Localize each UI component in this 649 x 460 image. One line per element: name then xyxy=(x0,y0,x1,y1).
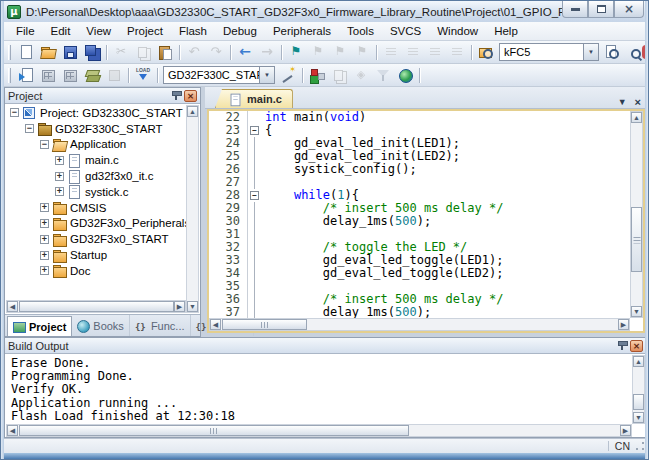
minimize-button[interactable] xyxy=(562,1,588,18)
tree-expander[interactable]: + xyxy=(40,203,49,212)
tree-item-gd32f3x0-peripherals[interactable]: +GD32F3x0_Peripherals xyxy=(6,216,186,232)
editor-hscrollbar[interactable]: ◀ ▶ xyxy=(209,318,630,331)
comment-selection-button[interactable] xyxy=(424,42,446,62)
menu-flash[interactable]: Flash xyxy=(171,24,215,38)
paste-button[interactable] xyxy=(154,42,176,62)
build-output-vscrollbar[interactable]: ▲ ▼ xyxy=(632,355,645,424)
scroll-up-button[interactable]: ▲ xyxy=(633,356,644,367)
project-tree-hscrollbar[interactable]: ◀ ▶ xyxy=(6,300,186,313)
build-output-hscrollbar[interactable]: ◀ ▶ xyxy=(6,424,632,437)
tree-item-startup[interactable]: +Startup xyxy=(6,247,186,263)
rebuild-all-button[interactable] xyxy=(59,65,81,85)
toolbar-grip[interactable] xyxy=(8,45,11,60)
tab-main-c[interactable]: main.c xyxy=(215,89,293,108)
tree-item-gd32f3x0-it-c[interactable]: +gd32f3x0_it.c xyxy=(6,168,186,184)
tree-item-cmsis[interactable]: +CMSIS xyxy=(6,200,186,216)
vscroll-thumb[interactable] xyxy=(633,394,644,410)
stop-build-button[interactable] xyxy=(103,65,125,85)
menu-help[interactable]: Help xyxy=(486,24,526,38)
scroll-down-button[interactable]: ▼ xyxy=(631,306,642,317)
pin-icon[interactable] xyxy=(170,90,181,101)
manage-books-button[interactable] xyxy=(394,65,416,85)
tree-expander[interactable]: − xyxy=(40,140,49,149)
target-select-combo-dropdown-button[interactable]: ▼ xyxy=(259,67,274,83)
fold-collapse-icon[interactable]: − xyxy=(250,191,259,200)
scroll-right-button[interactable]: ▶ xyxy=(174,301,185,312)
scroll-left-button[interactable]: ◀ xyxy=(210,319,221,330)
project-tree-vscrollbar[interactable]: ▲ ▼ xyxy=(186,105,199,313)
cut-button[interactable] xyxy=(110,42,132,62)
open-file-button[interactable] xyxy=(37,42,59,62)
bookmark-toggle-button[interactable] xyxy=(285,42,307,62)
copy-button[interactable] xyxy=(132,42,154,62)
tree-expander[interactable]: + xyxy=(55,156,64,165)
pack-installer-button[interactable] xyxy=(372,65,394,85)
scroll-right-button[interactable]: ▶ xyxy=(618,319,629,330)
tree-expander[interactable]: + xyxy=(40,219,49,228)
tree-item-main-c[interactable]: +main.c xyxy=(6,152,186,168)
search-combo[interactable]: kFC5▼ xyxy=(499,43,599,61)
tree-expander[interactable]: + xyxy=(40,235,49,244)
code-editor[interactable]: 22int main(void)23−{24 gd_eval_led_init(… xyxy=(209,111,630,318)
translate-button[interactable] xyxy=(15,65,37,85)
maximize-button[interactable] xyxy=(588,1,614,18)
menu-debug[interactable]: Debug xyxy=(215,24,265,38)
navigate-forward-button[interactable] xyxy=(256,42,278,62)
document-list-dropdown-icon[interactable]: ▼ xyxy=(618,96,627,108)
bookmark-previous-button[interactable] xyxy=(307,42,329,62)
menu-tools[interactable]: Tools xyxy=(339,24,382,38)
tree-item-project-gd32330c-start[interactable]: −Project: GD32330C_START xyxy=(6,105,186,121)
fold-collapse-icon[interactable]: − xyxy=(250,126,259,135)
document-close-icon[interactable]: × xyxy=(635,96,641,108)
close-button[interactable]: × xyxy=(614,1,644,18)
menu-file[interactable]: File xyxy=(8,24,43,38)
download-to-flash-button[interactable] xyxy=(132,65,154,85)
menu-edit[interactable]: Edit xyxy=(43,24,79,38)
batch-build-button[interactable] xyxy=(81,65,103,85)
scroll-left-button[interactable]: ◀ xyxy=(7,301,18,312)
scroll-up-button[interactable]: ▲ xyxy=(631,112,642,123)
tree-item-systick-c[interactable]: +systick.c xyxy=(6,184,186,200)
panel-tab-books[interactable]: Books xyxy=(72,315,130,336)
tree-expander[interactable]: + xyxy=(55,187,64,196)
save-all-button[interactable] xyxy=(81,42,103,62)
build-output-close-button[interactable]: × xyxy=(630,340,643,352)
menu-window[interactable]: Window xyxy=(429,24,486,38)
build-output-log[interactable]: Erase Done.Programming Done.Verify OK.Ap… xyxy=(6,355,632,424)
tree-item-doc[interactable]: +Doc xyxy=(6,263,186,279)
scroll-down-button[interactable]: ▼ xyxy=(633,412,644,423)
uncomment-selection-button[interactable] xyxy=(446,42,468,62)
target-select-combo[interactable]: GD32F330C_START▼ xyxy=(163,66,275,84)
tree-expander[interactable]: + xyxy=(40,266,49,275)
editor-vscrollbar[interactable]: ▲ ▼ xyxy=(630,111,643,318)
project-panel-close-button[interactable]: × xyxy=(184,90,197,102)
scroll-right-button[interactable]: ▶ xyxy=(620,425,631,436)
hscroll-thumb[interactable] xyxy=(222,319,307,330)
hscroll-thumb[interactable] xyxy=(19,301,174,312)
title-bar[interactable]: µ D:\Personal\Desktop\aaa\GD32330C_START… xyxy=(1,1,649,22)
find-button[interactable] xyxy=(601,42,623,62)
project-tree[interactable]: −Project: GD32330C_START−GD32F330C_START… xyxy=(6,105,186,299)
menu-svcs[interactable]: SVCS xyxy=(382,24,429,38)
menu-peripherals[interactable]: Peripherals xyxy=(265,24,339,38)
tree-item-gd32f330c-start[interactable]: −GD32F330C_START xyxy=(6,121,186,137)
vscroll-thumb[interactable] xyxy=(631,207,642,272)
redo-button[interactable] xyxy=(205,42,227,62)
tree-expander[interactable]: − xyxy=(25,124,34,133)
unindent-button[interactable] xyxy=(380,42,402,62)
undo-button[interactable] xyxy=(183,42,205,62)
bookmark-clear-all-button[interactable] xyxy=(351,42,373,62)
toolbar-grip[interactable] xyxy=(8,68,11,83)
panel-tab-func[interactable]: Func... xyxy=(130,315,191,336)
save-button[interactable] xyxy=(59,42,81,62)
panel-tab-project[interactable]: Project xyxy=(7,316,72,336)
tree-expander[interactable]: + xyxy=(55,172,64,181)
scroll-left-button[interactable]: ◀ xyxy=(7,425,18,436)
tree-item-application[interactable]: −Application xyxy=(6,137,186,153)
options-for-target-button[interactable] xyxy=(277,65,299,85)
tree-item-gd32f3x0-start[interactable]: +GD32F3x0_START xyxy=(6,231,186,247)
bookmark-next-button[interactable] xyxy=(329,42,351,62)
find-in-files-button[interactable] xyxy=(475,42,497,62)
pin-icon[interactable] xyxy=(616,340,627,351)
tree-expander[interactable]: − xyxy=(10,108,19,117)
